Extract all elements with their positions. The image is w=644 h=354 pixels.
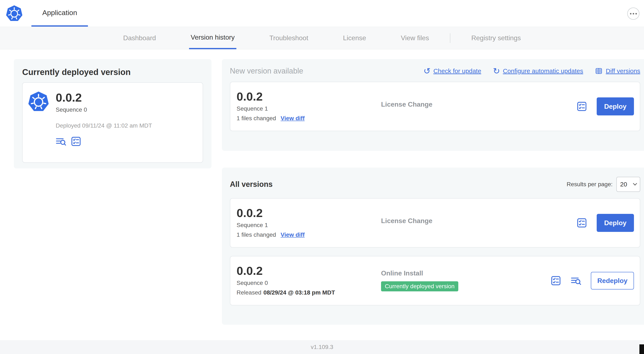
redeploy-button[interactable]: Redeploy [591,272,634,289]
new-version-panel: New version available ↺ Check for update… [222,59,644,151]
currently-deployed-card: 0.0.2 Sequence 0 Deployed 09/11/24 @ 11:… [22,82,203,163]
deployed-sequence-label: Sequence 0 [56,106,203,113]
tab-view-files[interactable]: View files [399,27,431,49]
currently-deployed-badge: Currently deployed version [381,281,458,291]
ellipsis-icon [630,13,632,15]
app-version-label: v1.109.3 [311,344,333,350]
preflight-checks-button[interactable] [550,275,561,286]
deploy-button[interactable]: Deploy [597,97,634,115]
nav-divider [450,33,450,43]
ellipsis-icon [636,13,637,15]
tab-registry-settings[interactable]: Registry settings [470,27,522,49]
version-source-block: Online Install Currently deployed versio… [381,269,458,291]
card-actions: Redeploy [550,256,634,305]
currently-deployed-title: Currently deployed version [22,68,203,77]
configure-automatic-updates-label: Configure automatic updates [503,68,583,75]
tab-dashboard[interactable]: Dashboard [122,27,158,49]
ellipsis-icon [633,13,634,15]
all-versions-title: All versions [230,180,272,189]
preflight-checks-button[interactable] [576,218,587,228]
all-versions-panel: All versions Results per page: 20 0.0.2 … [222,168,644,325]
diff-icon [595,68,603,75]
check-for-update-label: Check for update [434,68,481,75]
results-per-page-label: Results per page: [567,181,612,188]
currently-deployed-panel: Currently deployed version 0.0.2 Sequenc… [14,59,212,168]
checklist-icon [576,218,587,228]
view-diff-link[interactable]: View diff [280,115,304,122]
new-version-card: 0.0.2 Sequence 1 1 files changed View di… [230,82,640,131]
scrollbar-thumb[interactable] [640,344,644,354]
version-source-label: License Change [381,101,432,108]
preflight-checks-button[interactable] [71,136,81,147]
version-source-label: Online Install [381,269,458,277]
refresh-icon: ↺ [423,67,430,75]
released-label: Released [236,289,261,296]
check-for-update-link[interactable]: ↺ Check for update [423,67,481,75]
version-source-label: License Change [381,217,432,225]
checklist-icon [71,136,81,147]
tab-version-history[interactable]: Version history [189,27,236,49]
app-footer: v1.109.3 [0,340,644,354]
top-bar: Application [0,0,644,27]
deployed-timestamp: Deployed 09/11/24 @ 11:02 am MDT [56,122,203,129]
released-date: 08/29/24 @ 03:18 pm MDT [264,289,335,296]
configure-automatic-updates-link[interactable]: ↻ Configure automatic updates [493,67,583,75]
application-tab-label: Application [42,9,77,17]
kubernetes-logo [28,91,49,112]
view-diff-link[interactable]: View diff [280,231,304,238]
files-changed-label: 1 files changed [236,231,276,238]
new-version-header: New version available ↺ Check for update… [230,67,640,75]
version-row: 0.0.2 Sequence 0 Released08/29/24 @ 03:1… [230,256,640,305]
version-row: 0.0.2 Sequence 1 1 files changed View di… [230,198,640,248]
results-per-page-select[interactable]: 20 [616,177,640,192]
card-actions: Deploy [576,82,634,131]
deploy-button[interactable]: Deploy [597,214,634,232]
tab-license[interactable]: License [341,27,368,49]
deployed-version-number: 0.0.2 [56,92,203,104]
tab-troubleshoot[interactable]: Troubleshoot [268,27,310,49]
card-actions: Deploy [576,199,634,247]
all-versions-header: All versions Results per page: 20 [230,177,640,192]
chevron-down-icon [633,181,637,186]
app-nav: Dashboard Version history Troubleshoot L… [0,27,644,50]
overflow-menu-button[interactable] [627,8,640,20]
checklist-icon [550,275,561,286]
log-magnifier-icon [571,275,581,286]
kubernetes-logo [6,5,22,22]
version-actions: ↺ Check for update ↻ Configure automatic… [423,67,640,75]
preflight-checks-button[interactable] [576,101,587,112]
new-version-title: New version available [230,67,303,75]
tab-application[interactable]: Application [32,0,88,27]
diff-versions-link[interactable]: Diff versions [595,68,640,75]
results-per-page: Results per page: 20 [567,177,640,192]
diff-versions-label: Diff versions [606,68,640,75]
checklist-icon [576,101,587,112]
files-changed-label: 1 files changed [236,115,276,122]
view-logs-button[interactable] [56,136,66,147]
log-magnifier-icon [56,136,66,147]
view-logs-button[interactable] [571,275,581,286]
deployed-card-actions [56,136,203,147]
auto-update-icon: ↻ [493,67,500,75]
results-per-page-value: 20 [620,181,627,188]
